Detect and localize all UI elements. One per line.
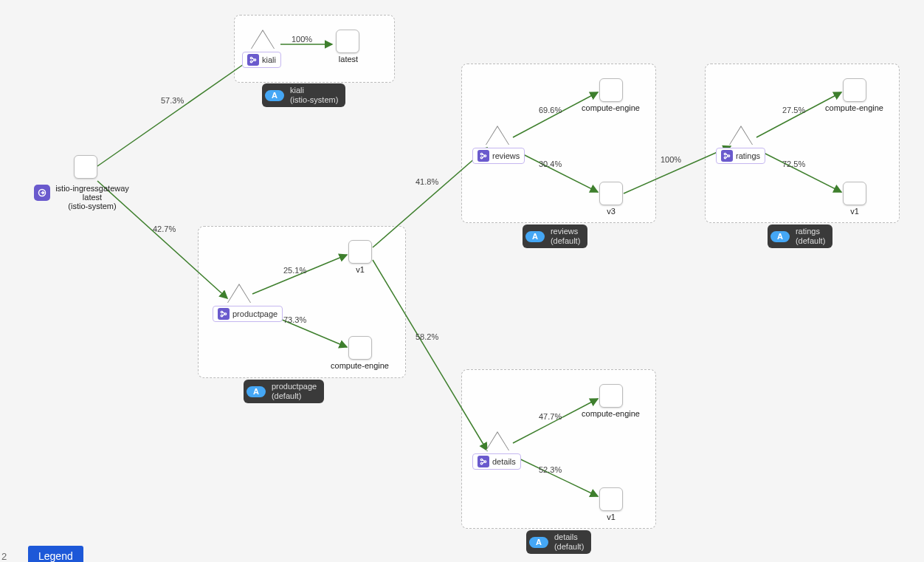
service-name: ratings bbox=[736, 151, 760, 160]
workload-label: v1 bbox=[847, 207, 862, 216]
origin-label: istio-ingressgateway latest (istio-syste… bbox=[44, 184, 140, 210]
app-badge: A bbox=[525, 231, 545, 242]
workload-node-rev-ce[interactable] bbox=[599, 78, 623, 102]
workload-node-icon bbox=[74, 155, 97, 179]
service-label-kiali[interactable]: kiali bbox=[242, 52, 281, 68]
virtualservice-icon bbox=[477, 456, 489, 467]
workload-label: compute-engine bbox=[819, 103, 889, 112]
corner-counter: 2 bbox=[1, 551, 7, 562]
virtualservice-icon bbox=[218, 308, 230, 320]
edge-label: 25.1% bbox=[283, 266, 306, 275]
group-title: reviews bbox=[551, 227, 578, 236]
service-label-reviews[interactable]: reviews bbox=[472, 148, 525, 164]
workload-label: compute-engine bbox=[325, 361, 395, 370]
group-caption-reviews: A reviews (default) bbox=[523, 225, 587, 248]
workload-node-kiali-latest[interactable] bbox=[336, 30, 359, 53]
workload-label: compute-engine bbox=[576, 409, 646, 418]
workload-node-det-ce[interactable] bbox=[599, 384, 623, 408]
edge-label: 69.6% bbox=[539, 106, 562, 114]
origin-version: latest bbox=[44, 193, 140, 202]
workload-label: latest bbox=[334, 55, 363, 64]
group-title: details bbox=[554, 532, 578, 542]
app-badge: A bbox=[246, 386, 266, 397]
virtualservice-icon bbox=[721, 150, 733, 162]
group-namespace: (istio-system) bbox=[290, 95, 338, 105]
app-badge: A bbox=[529, 537, 548, 548]
workload-node-rev-v3[interactable] bbox=[599, 182, 623, 205]
service-name: reviews bbox=[492, 151, 520, 160]
virtualservice-icon bbox=[477, 150, 489, 162]
group-caption-ratings: A ratings (default) bbox=[768, 225, 832, 248]
edge-label: 47.7% bbox=[539, 412, 562, 421]
group-namespace: (default) bbox=[796, 236, 825, 246]
edge-label: 72.5% bbox=[782, 160, 805, 168]
legend-button[interactable]: Legend bbox=[28, 546, 83, 562]
edge-label: 27.5% bbox=[782, 106, 805, 114]
workload-node-det-v1[interactable] bbox=[599, 487, 623, 511]
workload-node-pp-v1[interactable] bbox=[348, 240, 372, 264]
workload-node-rat-ce[interactable] bbox=[843, 78, 866, 102]
group-title: ratings bbox=[796, 227, 820, 236]
group-caption-details: A details (default) bbox=[526, 530, 591, 554]
app-badge: A bbox=[265, 90, 284, 101]
workload-label: v1 bbox=[604, 513, 618, 521]
group-title: productpage bbox=[272, 382, 317, 391]
virtualservice-icon bbox=[247, 54, 259, 66]
edge-label: 100% bbox=[661, 155, 681, 164]
workload-node-rat-v1[interactable] bbox=[843, 182, 866, 205]
group-namespace: (default) bbox=[554, 542, 584, 552]
workload-label: compute-engine bbox=[576, 103, 646, 112]
origin-node[interactable] bbox=[74, 155, 97, 179]
edge-label: 73.3% bbox=[283, 315, 306, 324]
group-kiali bbox=[234, 15, 395, 83]
edge-label: 42.7% bbox=[153, 225, 176, 233]
edge-label: 30.4% bbox=[539, 160, 562, 168]
service-name: details bbox=[492, 457, 516, 466]
edge-label: 58.2% bbox=[416, 332, 438, 341]
workload-node-pp-ce[interactable] bbox=[348, 336, 372, 360]
group-namespace: (default) bbox=[272, 391, 301, 401]
group-caption-kiali: A kiali (istio-system) bbox=[262, 83, 345, 107]
service-name: kiali bbox=[262, 55, 276, 64]
workload-label: v3 bbox=[604, 207, 618, 216]
edge-label: 100% bbox=[292, 35, 312, 44]
workload-label: v1 bbox=[353, 265, 368, 274]
service-label-details[interactable]: details bbox=[472, 453, 521, 470]
edge-label: 41.8% bbox=[416, 177, 438, 186]
service-label-ratings[interactable]: ratings bbox=[716, 148, 765, 164]
origin-namespace: (istio-system) bbox=[44, 202, 140, 210]
service-name: productpage bbox=[232, 309, 277, 318]
origin-name: istio-ingressgateway bbox=[44, 184, 140, 193]
edge-label: 57.3% bbox=[161, 96, 184, 105]
service-label-productpage[interactable]: productpage bbox=[213, 306, 283, 322]
app-badge: A bbox=[770, 231, 790, 242]
group-caption-productpage: A productpage (default) bbox=[244, 380, 324, 403]
group-title: kiali bbox=[290, 86, 304, 95]
edge-label: 52.3% bbox=[539, 465, 562, 474]
group-namespace: (default) bbox=[551, 236, 580, 246]
